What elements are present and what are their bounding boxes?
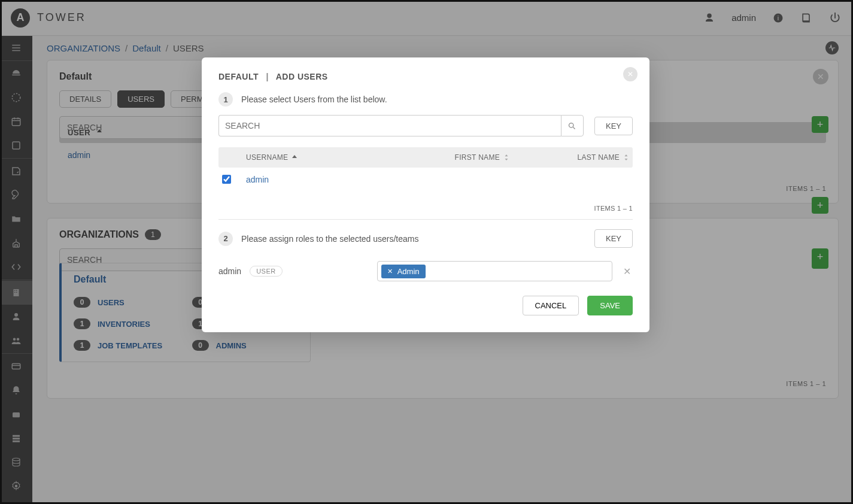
username-link[interactable]: admin xyxy=(246,175,269,184)
assign-type-pill: USER xyxy=(250,266,283,277)
row-remove-icon[interactable]: ✕ xyxy=(621,266,633,277)
sort-caret-icon xyxy=(292,154,298,160)
modal-items-footer: ITEMS 1 – 1 xyxy=(218,205,633,220)
search-icon[interactable] xyxy=(561,115,584,136)
role-select-input[interactable]: ✕ Admin xyxy=(377,261,612,281)
step-1-number: 1 xyxy=(218,92,233,107)
col-last-name[interactable]: LAST NAME xyxy=(509,153,629,162)
step-2-text: Please assign roles to the selected user… xyxy=(241,234,419,244)
chip-remove-icon[interactable]: ✕ xyxy=(387,268,393,275)
step-1-text: Please select Users from the list below. xyxy=(241,95,387,104)
sort-double-icon xyxy=(503,154,509,160)
modal-table-row: admin xyxy=(218,168,633,193)
role-chip: ✕ Admin xyxy=(381,265,426,278)
add-users-modal: ✕ DEFAULT | ADD USERS 1 Please select Us… xyxy=(202,57,649,332)
sort-double-icon xyxy=(623,154,629,160)
modal-close-icon[interactable]: ✕ xyxy=(623,67,638,81)
assign-username: admin xyxy=(218,266,241,276)
modal-table-header: USERNAME FIRST NAME LAST NAME xyxy=(218,147,633,168)
col-first-name[interactable]: FIRST NAME xyxy=(390,153,509,162)
save-button[interactable]: SAVE xyxy=(587,296,633,315)
col-username[interactable]: USERNAME xyxy=(246,153,390,162)
user-row-checkbox[interactable] xyxy=(222,175,231,184)
key-button-2[interactable]: KEY xyxy=(594,229,633,248)
key-button[interactable]: KEY xyxy=(594,117,633,135)
modal-title: DEFAULT | ADD USERS xyxy=(218,72,633,81)
role-assign-row: admin USER ✕ Admin ✕ xyxy=(218,261,633,281)
svg-point-21 xyxy=(569,123,574,127)
modal-search-input[interactable] xyxy=(218,115,561,136)
step-2-number: 2 xyxy=(218,232,233,246)
cancel-button[interactable]: CANCEL xyxy=(523,296,579,315)
